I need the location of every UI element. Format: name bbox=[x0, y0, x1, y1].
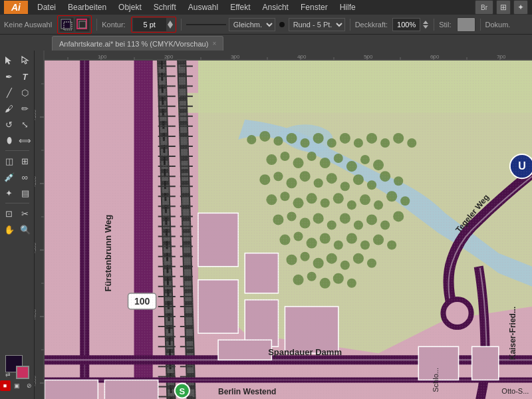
svg-marker-9 bbox=[22, 57, 28, 64]
menu-bearbeiten[interactable]: Bearbeiten bbox=[63, 1, 112, 13]
symbol-tool[interactable]: ✦ bbox=[2, 186, 17, 200]
tool-separator-1 bbox=[5, 150, 29, 151]
main-area: ✒ T ╱ ⬡ 🖌 ✏ ↺ ⤡ ⬮ ⟺ ◫ ⊞ 💉 ∞ ✦ ▤ bbox=[0, 51, 532, 399]
selection-tool[interactable] bbox=[2, 53, 17, 68]
svg-rect-0 bbox=[61, 19, 70, 29]
stroke-color-indicator bbox=[279, 22, 285, 27]
artboard-tool[interactable]: ⊡ bbox=[2, 206, 17, 221]
svg-rect-156 bbox=[45, 61, 532, 399]
direct-selection-tool[interactable] bbox=[18, 53, 33, 68]
menu-auswahl[interactable]: Auswahl bbox=[183, 1, 223, 13]
bridge-button[interactable]: Br bbox=[475, 0, 493, 15]
menu-datei[interactable]: Datei bbox=[32, 1, 61, 13]
svg-marker-7 bbox=[423, 25, 428, 29]
color-mode-button[interactable]: ■ bbox=[0, 380, 11, 391]
separator-5 bbox=[480, 19, 481, 31]
deckkraft-arrows[interactable] bbox=[422, 19, 429, 30]
none-mode-button[interactable]: ⊘ bbox=[24, 380, 35, 391]
gradient-tool[interactable]: ◫ bbox=[2, 154, 17, 168]
vertical-ruler: -100 -200 -300 -400 -500 bbox=[35, 51, 45, 399]
rotate-tool[interactable]: ↺ bbox=[2, 117, 17, 132]
fill-button[interactable] bbox=[59, 17, 74, 32]
tab-close-button[interactable]: × bbox=[212, 40, 216, 47]
pen-tool[interactable]: ✒ bbox=[2, 69, 17, 84]
svg-text:200: 200 bbox=[164, 54, 174, 60]
separator-2 bbox=[181, 19, 182, 31]
kontur-label: Kontur: bbox=[102, 21, 125, 29]
stroke-style-preview bbox=[186, 24, 226, 25]
type-tool[interactable]: T bbox=[18, 69, 33, 84]
rotate-tool-group: ↺ ⤡ bbox=[2, 117, 33, 132]
svg-rect-34 bbox=[35, 51, 45, 399]
svg-text:-100: -100 bbox=[35, 109, 37, 120]
svg-text:-200: -200 bbox=[35, 176, 37, 187]
svg-text:400: 400 bbox=[297, 54, 307, 60]
svg-text:-300: -300 bbox=[35, 242, 37, 253]
separator-1 bbox=[96, 19, 97, 31]
stroke-style-select[interactable]: Gleichm. bbox=[229, 18, 275, 31]
stil-box[interactable] bbox=[457, 17, 475, 32]
stroke-button[interactable] bbox=[75, 17, 90, 32]
menu-hilfe[interactable]: Hilfe bbox=[334, 1, 361, 13]
cap-style-select[interactable]: Rund - 5 Pt. bbox=[289, 18, 345, 31]
stroke-color-box[interactable] bbox=[16, 366, 29, 379]
shape-tool[interactable]: ⬡ bbox=[18, 85, 33, 100]
deckkraft-input[interactable] bbox=[392, 18, 420, 31]
paintbrush-tool[interactable]: 🖌 bbox=[2, 101, 17, 116]
tab-bar: Anfahrtskarte.ai* bei 113 % (CMYK/Vorsch… bbox=[0, 35, 532, 51]
separator-4 bbox=[434, 19, 434, 31]
column-graph-tool[interactable]: ▤ bbox=[18, 186, 33, 200]
left-toolbar: ✒ T ╱ ⬡ 🖌 ✏ ↺ ⤡ ⬮ ⟺ ◫ ⊞ 💉 ∞ ✦ ▤ bbox=[0, 51, 35, 399]
separator-3 bbox=[350, 19, 350, 31]
stil-label: Stil: bbox=[439, 21, 451, 29]
slice-tool[interactable]: ✂ bbox=[18, 206, 33, 221]
document-tab[interactable]: Anfahrtskarte.ai* bei 113 % (CMYK/Vorsch… bbox=[52, 36, 223, 51]
menu-schrift[interactable]: Schrift bbox=[148, 1, 182, 13]
eyedropper-tool[interactable]: 💉 bbox=[2, 170, 17, 184]
stroke-width-arrows[interactable] bbox=[166, 19, 174, 30]
color-box-area: ⇄ ■ ▣ ⊘ bbox=[0, 355, 35, 396]
app-logo: Ai bbox=[4, 1, 28, 14]
width-tool[interactable]: ⟺ bbox=[18, 133, 33, 148]
stroke-width-input[interactable] bbox=[133, 18, 166, 31]
svg-text:-400: -400 bbox=[35, 309, 37, 320]
svg-marker-4 bbox=[168, 21, 173, 25]
hand-tool[interactable]: ✋ bbox=[2, 222, 17, 237]
swap-colors-button[interactable]: ⇄ bbox=[5, 371, 11, 378]
zoom-tool[interactable]: 🔍 bbox=[18, 222, 33, 237]
selection-tool-group bbox=[2, 53, 33, 68]
svg-rect-10 bbox=[35, 51, 532, 61]
menu-ansicht[interactable]: Ansicht bbox=[257, 1, 294, 13]
svg-text:600: 600 bbox=[430, 54, 440, 60]
menu-effekt[interactable]: Effekt bbox=[225, 1, 255, 13]
symbol-tool-group: ✦ ▤ bbox=[2, 186, 33, 200]
gradient-mode-button[interactable]: ▣ bbox=[12, 380, 23, 391]
scale-tool[interactable]: ⤡ bbox=[18, 117, 33, 132]
color-mode-row: ■ ▣ ⊘ bbox=[0, 380, 35, 391]
pen-tool-group: ✒ T bbox=[2, 69, 33, 84]
warp-tool[interactable]: ⬮ bbox=[2, 133, 17, 148]
tool-separator-2 bbox=[5, 203, 29, 203]
workspace-button[interactable]: ✦ bbox=[513, 0, 528, 15]
svg-text:500: 500 bbox=[364, 54, 373, 60]
menu-fenster[interactable]: Fenster bbox=[295, 1, 333, 13]
selection-label: Keine Auswahl bbox=[4, 21, 52, 29]
svg-marker-6 bbox=[423, 21, 428, 24]
blend-tool[interactable]: ∞ bbox=[18, 170, 33, 184]
line-tool[interactable]: ╱ bbox=[2, 85, 17, 100]
arrange-button[interactable]: ⊞ bbox=[496, 0, 511, 15]
svg-text:-500: -500 bbox=[35, 375, 37, 386]
brush-tool-group: 🖌 ✏ bbox=[2, 101, 33, 116]
mesh-tool[interactable]: ⊞ bbox=[18, 154, 33, 168]
pencil-tool[interactable]: ✏ bbox=[18, 101, 33, 116]
gradient-tool-group: ◫ ⊞ bbox=[2, 154, 33, 168]
menu-objekt[interactable]: Objekt bbox=[113, 1, 147, 13]
map-content[interactable]: U bbox=[45, 61, 532, 399]
tab-title: Anfahrtskarte.ai* bei 113 % (CMYK/Vorsch… bbox=[59, 40, 208, 48]
canvas-area[interactable]: 100 200 300 400 500 600 700 bbox=[35, 51, 532, 399]
deckkraft-label: Deckkraft: bbox=[355, 21, 388, 29]
svg-rect-3 bbox=[79, 21, 86, 28]
dokument-label: Dokum. bbox=[485, 21, 511, 29]
deckkraft-group: Deckkraft: bbox=[355, 18, 430, 31]
svg-marker-8 bbox=[5, 57, 11, 65]
